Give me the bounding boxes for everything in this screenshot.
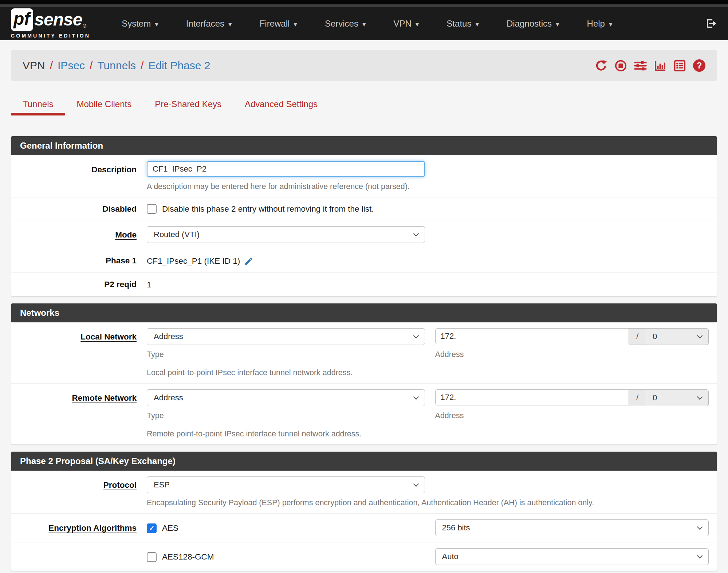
local-network-type-help: Type xyxy=(147,350,425,359)
encryption-aes128gcm-row: AES128-GCM Auto xyxy=(11,542,717,571)
protocol-row: Protocol ESP Encapsulating Security Payl… xyxy=(11,471,717,514)
chevron-down-icon xyxy=(294,19,297,29)
breadcrumb-separator: / xyxy=(136,59,148,72)
disabled-label: Disabled xyxy=(16,203,147,214)
logo-pf-box: pf xyxy=(11,8,33,31)
networks-panel: Networks Local Network Address / 0 Type … xyxy=(11,303,717,445)
breadcrumb: VPN / IPsec / Tunnels / Edit Phase 2 xyxy=(23,59,210,72)
aes-keylen-select[interactable]: 256 bits xyxy=(435,519,709,536)
chevron-down-icon xyxy=(697,394,703,400)
breadcrumb-separator: / xyxy=(85,59,97,72)
remote-network-type-help: Type xyxy=(147,411,425,420)
phase1-value: CF1_IPsec_P1 (IKE ID 1) xyxy=(147,256,240,267)
description-help-text: A description may be entered here for ad… xyxy=(147,182,709,191)
breadcrumb-separator: / xyxy=(45,59,58,72)
help-icon[interactable] xyxy=(693,59,705,72)
description-label: Description xyxy=(16,161,147,191)
chevron-down-icon xyxy=(697,333,703,339)
local-network-mask-select[interactable]: 0 xyxy=(646,328,709,345)
stop-icon[interactable] xyxy=(614,59,627,72)
chevron-down-icon xyxy=(228,19,232,29)
list-icon[interactable] xyxy=(673,59,686,72)
local-network-mask-separator: / xyxy=(629,328,646,345)
remote-network-mask-separator: / xyxy=(629,389,646,406)
menu-interfaces[interactable]: Interfaces xyxy=(177,19,241,29)
general-information-panel: General Information Description A descri… xyxy=(11,136,717,297)
p2-reqid-row: P2 reqid 1 xyxy=(11,273,717,296)
logo-trademark: ® xyxy=(83,23,86,29)
tab-advanced-settings[interactable]: Advanced Settings xyxy=(233,99,329,115)
local-network-row: Local Network Address / 0 Type Address L… xyxy=(11,322,717,384)
encryption-aes-row: Encryption Algorithms AES 256 bits xyxy=(11,514,717,542)
p2-reqid-value: 1 xyxy=(147,279,709,290)
refresh-icon[interactable] xyxy=(595,59,607,72)
aes128gcm-checkbox[interactable] xyxy=(147,552,157,562)
disabled-checkbox[interactable] xyxy=(147,204,157,214)
aes-checkbox-label: AES xyxy=(162,523,178,533)
aes-checkbox[interactable] xyxy=(147,523,157,533)
main-menu: System Interfaces Firewall Services VPN … xyxy=(108,19,626,29)
tab-tunnels[interactable]: Tunnels xyxy=(11,99,65,115)
breadcrumb-actions xyxy=(595,59,705,72)
description-input[interactable] xyxy=(147,161,425,177)
top-navbar: pf sense ® COMMUNITY EDITION System Inte… xyxy=(0,7,728,40)
phase2-proposal-panel: Phase 2 Proposal (SA/Key Exchange) Proto… xyxy=(11,451,717,571)
mode-label: Mode xyxy=(16,226,147,243)
breadcrumb-ipsec[interactable]: IPsec xyxy=(58,59,85,72)
remote-network-label: Remote Network xyxy=(16,389,147,439)
tab-mobile-clients[interactable]: Mobile Clients xyxy=(65,99,143,115)
pfsense-logo[interactable]: pf sense ® COMMUNITY EDITION xyxy=(11,8,90,39)
protocol-help-text: Encapsulating Security Payload (ESP) per… xyxy=(147,498,709,507)
local-network-label: Local Network xyxy=(16,328,147,377)
edit-pencil-icon[interactable] xyxy=(244,256,253,266)
menu-system[interactable]: System xyxy=(113,19,167,29)
chevron-down-icon xyxy=(155,19,158,29)
remote-network-mask-select[interactable]: 0 xyxy=(646,389,709,406)
chevron-down-icon xyxy=(556,19,559,29)
menu-help[interactable]: Help xyxy=(578,19,621,29)
chevron-down-icon xyxy=(413,231,419,237)
chevron-down-icon xyxy=(475,19,479,29)
tab-pre-shared-keys[interactable]: Pre-Shared Keys xyxy=(143,99,233,115)
local-network-type-select[interactable]: Address xyxy=(147,328,425,345)
networks-header: Networks xyxy=(11,303,717,322)
remote-network-type-select[interactable]: Address xyxy=(147,389,425,406)
local-network-address-input[interactable] xyxy=(435,328,629,344)
aes128gcm-keylen-select[interactable]: Auto xyxy=(435,548,709,565)
encryption-algorithms-label: Encryption Algorithms xyxy=(16,519,147,536)
general-information-header: General Information xyxy=(11,136,717,155)
tab-bar: Tunnels Mobile Clients Pre-Shared Keys A… xyxy=(11,99,717,115)
remote-network-address-help: Address xyxy=(435,411,709,420)
sliders-icon[interactable] xyxy=(634,59,647,72)
remote-network-address-input[interactable] xyxy=(435,389,629,405)
menu-diagnostics[interactable]: Diagnostics xyxy=(498,19,568,29)
bar-chart-icon[interactable] xyxy=(654,59,666,72)
chevron-down-icon xyxy=(697,524,703,530)
mode-select[interactable]: Routed (VTI) xyxy=(147,226,425,243)
chevron-down-icon xyxy=(416,19,419,29)
menu-firewall[interactable]: Firewall xyxy=(251,19,306,29)
menu-vpn[interactable]: VPN xyxy=(385,19,428,29)
menu-services[interactable]: Services xyxy=(316,19,375,29)
breadcrumb-vpn: VPN xyxy=(23,59,45,72)
logo-edition-text: COMMUNITY EDITION xyxy=(11,33,90,39)
chevron-down-icon xyxy=(413,394,419,400)
remote-network-help-text: Remote point-to-point IPsec interface tu… xyxy=(147,429,709,439)
menu-status[interactable]: Status xyxy=(438,19,488,29)
mode-row: Mode Routed (VTI) xyxy=(11,220,717,249)
protocol-label: Protocol xyxy=(16,476,147,507)
disabled-checkbox-label: Disable this phase 2 entry without remov… xyxy=(162,204,374,214)
remote-network-row: Remote Network Address / 0 Type Address … xyxy=(11,384,717,444)
protocol-select[interactable]: ESP xyxy=(147,476,425,493)
aes128gcm-checkbox-label: AES128-GCM xyxy=(162,552,214,562)
window-top-strip xyxy=(0,0,728,4)
chevron-down-icon xyxy=(362,19,366,29)
breadcrumb-bar: VPN / IPsec / Tunnels / Edit Phase 2 xyxy=(11,50,717,81)
description-row: Description A description may be entered… xyxy=(11,155,717,197)
breadcrumb-tunnels[interactable]: Tunnels xyxy=(97,59,136,72)
breadcrumb-edit-phase-2[interactable]: Edit Phase 2 xyxy=(148,59,210,72)
sign-out-icon[interactable] xyxy=(705,17,717,30)
phase1-row: Phase 1 CF1_IPsec_P1 (IKE ID 1) xyxy=(11,249,717,273)
chevron-down-icon xyxy=(697,553,703,559)
p2-reqid-label: P2 reqid xyxy=(16,279,147,290)
